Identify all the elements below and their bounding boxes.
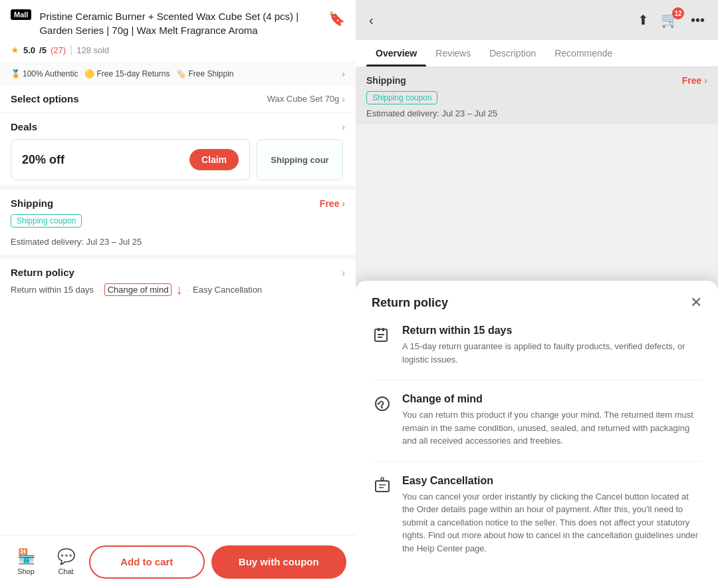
bookmark-icon[interactable]: 🔖 [328,11,345,27]
chat-button[interactable]: 💬 Chat [49,548,82,575]
back-button[interactable]: ‹ [369,13,374,28]
trust-authentic: 🏅 100% Authentic [11,69,78,78]
rating-value: 5.0 [23,45,35,55]
svg-point-8 [381,478,384,480]
sold-count: 128 sold [76,45,109,55]
svg-rect-7 [376,481,389,492]
claim-button[interactable]: Claim [189,149,239,170]
shipping-chevron-icon: › [342,198,345,209]
shipping-coupon-card-label: Shipping cour [271,155,328,165]
shipping-title: Shipping [11,198,53,209]
return-policy-title: Return policy [11,267,74,278]
medal-icon: 🏅 [11,69,21,78]
cart-badge: 12 [672,7,684,19]
right-top-bar: ‹ ⬆ 🛒 12 ••• [356,0,718,40]
trust-returns: 🟡 Free 15-day Returns [84,69,170,78]
right-free-chevron: › [704,75,707,86]
tab-overview[interactable]: Overview [366,40,426,67]
return-icon: 🟡 [84,69,94,78]
delivery-text: Estimated delivery: Jul 23 – Jul 25 [11,237,345,247]
deals-section: Deals › 20% off Claim Shipping cour [0,113,356,186]
return-15days-content: Return within 15 days A 15-day return gu… [402,325,702,366]
shop-icon: 🏪 [17,548,35,565]
right-shipping-label: Shipping [366,75,406,86]
tab-reviews[interactable]: Reviews [426,40,480,67]
add-to-cart-button[interactable]: Add to cart [89,545,205,579]
svg-rect-1 [378,328,380,331]
chat-icon: 💬 [57,548,75,565]
trust-arrow-icon[interactable]: › [342,69,345,79]
svg-point-6 [378,403,380,405]
mall-badge: Mall [11,9,31,20]
right-icons: ⬆ 🛒 12 ••• [638,11,705,29]
shop-button[interactable]: 🏪 Shop [9,548,43,575]
left-panel: Mall Pristine Ceramic Burner + Scented W… [0,0,356,588]
cancellation-icon [372,476,393,500]
right-content: Shipping Free › Shipping coupon Estimate… [356,67,718,124]
review-count[interactable]: (27) [51,45,66,55]
cart-icon-wrapper[interactable]: 🛒 12 [661,11,679,29]
trust-shipping: 🏷️ Free Shippin [176,69,233,78]
shipping-header: Shipping Free › [11,198,345,209]
shipping-coupon-badge[interactable]: Shipping coupon [11,214,82,227]
select-options-value[interactable]: Wax Cube Set 70g › [267,94,345,104]
shop-label: Shop [17,567,35,575]
more-options-icon[interactable]: ••• [691,13,705,28]
divider-1 [372,379,702,380]
trust-returns-label: Free 15-day Returns [96,69,170,78]
tab-description[interactable]: Description [480,40,545,67]
trust-row[interactable]: 🏅 100% Authentic 🟡 Free 15-day Returns 🏷… [0,63,356,85]
svg-rect-2 [382,328,384,331]
deals-title: Deals [11,121,37,132]
right-coupon-badge[interactable]: Shipping coupon [366,91,437,104]
cancellation-title: Easy Cancellation [402,475,702,487]
tab-recommended[interactable]: Recommende [545,40,622,67]
deals-cards: 20% off Claim Shipping cour [11,139,345,180]
right-delivery-text: Estimated delivery: Jul 23 – Jul 25 [366,108,707,118]
return-header: Return policy › [11,267,345,278]
cancellation-content: Easy Cancellation You can cancel your or… [402,475,702,555]
modal-close-button[interactable]: ✕ [690,294,702,311]
modal-title: Return policy [372,296,448,310]
right-tabs: Overview Reviews Description Recommende [356,40,718,67]
trust-authentic-label: 100% Authentic [23,69,78,78]
return-arrow-icon[interactable]: › [342,267,345,278]
select-options-row[interactable]: Select options Wax Cube Set 70g › [0,85,356,113]
right-shipping-free: Free › [682,75,707,86]
rating-row: ★ 5.0 /5 (27) | 128 sold [0,44,356,63]
change-of-mind-icon [372,394,393,418]
right-panel: ‹ ⬆ 🛒 12 ••• Overview Reviews Descriptio… [356,0,718,588]
shipping-free: Free › [320,198,345,209]
return-item-cancellation: Easy Cancellation You can cancel your or… [372,475,702,555]
shipping-icon: 🏷️ [176,69,186,78]
return-15days-desc: A 15-day return guarantee is applied to … [402,340,702,366]
deal-card-discount: 20% off Claim [11,139,250,180]
divider-2 [372,461,702,462]
change-of-mind-content: Change of mind You can return this produ… [402,393,702,448]
return-items-row: Return within 15 days · Change of mind ↓… [11,282,345,297]
return-15days-title: Return within 15 days [402,325,702,337]
easy-cancellation-label: Easy Cancellation [193,285,262,295]
dot-separator: | [70,44,72,56]
deal-off-label: 20% off [22,153,64,167]
chevron-right-icon: › [342,94,345,104]
right-shipping-row: Shipping Free › [366,75,707,86]
shipping-section: Shipping Free › Shipping coupon Estimate… [0,186,356,255]
buy-with-coupon-button[interactable]: Buy with coupon [211,545,346,579]
deals-arrow-icon[interactable]: › [342,122,345,132]
arrow-down-indicator: ↓ [176,282,182,297]
change-of-mind-modal-title: Change of mind [402,393,702,405]
bottom-bar: 🏪 Shop 💬 Chat Add to cart Buy with coupo… [0,535,356,588]
product-header: Mall Pristine Ceramic Burner + Scented W… [0,0,356,44]
rating-max: /5 [39,45,47,55]
return-policy-section: Return policy › Return within 15 days · … [0,255,356,305]
deals-header: Deals › [11,121,345,132]
change-of-mind-label: Change of mind [104,283,172,296]
trust-shipping-label: Free Shippin [188,69,233,78]
star-icon: ★ [11,45,19,55]
return-15days-icon [372,326,393,349]
shipping-coupon-card[interactable]: Shipping cour [257,139,343,180]
chat-label: Chat [58,567,73,575]
change-of-mind-modal-desc: You can return this product if you chang… [402,408,702,448]
share-icon[interactable]: ⬆ [638,12,649,28]
